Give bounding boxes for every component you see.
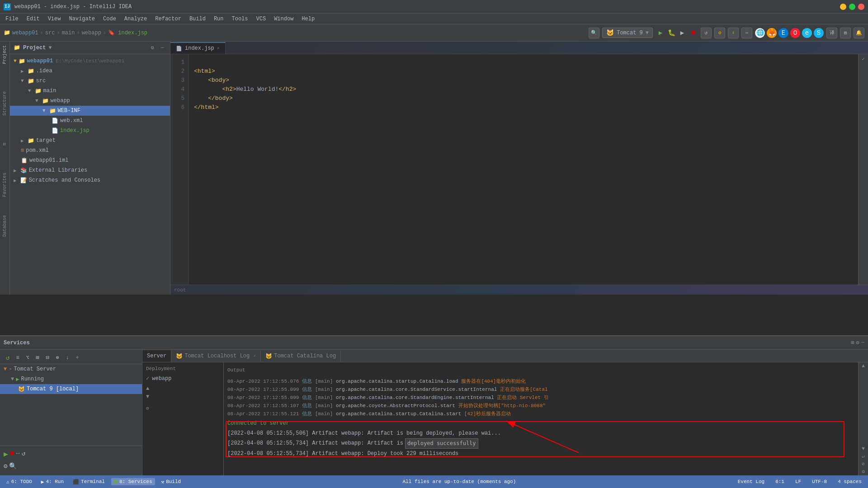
maximize-button[interactable] bbox=[849, 4, 855, 10]
project-tab[interactable]: Project bbox=[1, 43, 8, 66]
services-tab[interactable]: 8: Services bbox=[111, 478, 155, 485]
breadcrumb-webapp[interactable]: webapp bbox=[82, 30, 101, 36]
chrome-icon[interactable]: 🌐 bbox=[755, 28, 765, 38]
tree-item-pomxml[interactable]: m pom.xml bbox=[10, 145, 170, 155]
scroll-up-button[interactable]: ▲ bbox=[146, 385, 220, 392]
menu-edit[interactable]: Edit bbox=[23, 15, 43, 23]
tree-item-external-libs[interactable]: ▶ 📚 External Libraries bbox=[10, 165, 170, 175]
log-tab-catalina[interactable]: 🐱 Tomcat Catalina Log bbox=[261, 350, 341, 362]
tab-close-button[interactable]: × bbox=[217, 46, 220, 51]
notifications-button[interactable]: 🔔 bbox=[854, 28, 864, 38]
menu-navigate[interactable]: Navigate bbox=[65, 15, 99, 23]
menu-file[interactable]: File bbox=[2, 15, 22, 23]
svc-down-button[interactable]: ↓ bbox=[63, 354, 71, 362]
svc-item-tomcat9[interactable]: 🐱 Tomcat 9 [local] bbox=[0, 384, 142, 394]
translate-button[interactable]: 译 bbox=[826, 28, 837, 38]
browser3-icon[interactable]: E bbox=[778, 28, 788, 38]
tree-item-indexjsp[interactable]: 📄 index.jsp bbox=[10, 126, 170, 136]
breadcrumb-project[interactable]: webapp01 bbox=[12, 30, 38, 36]
log-clear-button[interactable]: ⊘ bbox=[862, 461, 865, 467]
breadcrumb-main[interactable]: main bbox=[62, 30, 75, 36]
tree-item-src[interactable]: ▼ 📁 src bbox=[10, 76, 170, 86]
log-wrap-button[interactable]: ↵ bbox=[862, 453, 865, 459]
debug-button[interactable]: 🐛 bbox=[666, 28, 676, 38]
line-ending[interactable]: LF bbox=[793, 478, 804, 485]
structure-tab[interactable]: Structure bbox=[1, 89, 8, 117]
maven-tab[interactable]: m bbox=[1, 141, 8, 147]
log-tab-server[interactable]: Server bbox=[142, 350, 171, 362]
tree-item-webxml[interactable]: 📄 web.xml bbox=[10, 116, 170, 126]
event-log-button[interactable]: Event Log bbox=[735, 478, 767, 485]
breadcrumb-file[interactable]: 🔖 index.jsp bbox=[108, 29, 147, 36]
database-tab[interactable]: Database bbox=[1, 213, 8, 239]
clear-button[interactable]: ⊘ bbox=[146, 405, 220, 411]
editor-tab-indexjsp[interactable]: 📄 index.jsp × bbox=[170, 42, 226, 54]
services-expand-button[interactable]: ⊞ bbox=[851, 339, 854, 346]
scroll-down-button[interactable]: ▼ bbox=[146, 394, 220, 400]
svc-item-running[interactable]: ▼ ▶ Running bbox=[0, 374, 142, 384]
todo-tab[interactable]: ⚠ 6: TODO bbox=[4, 478, 35, 486]
cursor-position[interactable]: 6:1 bbox=[773, 478, 787, 485]
menu-build[interactable]: Build bbox=[186, 15, 209, 23]
tree-item-webinf[interactable]: ▼ 📁 WEB-INF bbox=[10, 106, 170, 116]
tree-item-idea[interactable]: ▶ 📁 .idea bbox=[10, 66, 170, 76]
svc-refresh-button[interactable]: ↺ bbox=[4, 354, 12, 362]
tree-item-target[interactable]: ▶ 📁 target bbox=[10, 136, 170, 145]
indent-size[interactable]: 4 spaces bbox=[835, 478, 864, 485]
svc-item-tomcat-server[interactable]: ▼ - Tomcat Server bbox=[0, 364, 142, 374]
tab-close-localhost[interactable]: × bbox=[253, 354, 256, 359]
log-scroll-down[interactable]: ▼ bbox=[862, 446, 865, 451]
menu-tools[interactable]: Tools bbox=[228, 15, 252, 23]
menu-view[interactable]: View bbox=[44, 15, 65, 23]
opera-icon[interactable]: O bbox=[790, 28, 800, 38]
tree-item-main[interactable]: ▼ 📁 main bbox=[10, 86, 170, 96]
svc-start-button[interactable]: ▶ bbox=[4, 450, 8, 459]
code-content[interactable]: <html> <body> <h2>Hello World!</h2> </bo… bbox=[189, 54, 868, 285]
code-editor[interactable]: 1 2 3 4 5 6 <html> <body> <h2>Hello Worl… bbox=[170, 54, 868, 285]
panel-collapse-button[interactable]: — bbox=[158, 44, 166, 52]
panel-gear-button[interactable]: ⚙ bbox=[148, 44, 156, 52]
right-sidebar-btn1[interactable]: ✓ bbox=[862, 56, 865, 62]
build-tab[interactable]: ⚒ Build bbox=[159, 478, 184, 486]
ie-icon[interactable]: e bbox=[802, 28, 812, 38]
minimize-button[interactable] bbox=[840, 4, 846, 10]
firefox-icon[interactable]: 🦊 bbox=[767, 28, 777, 38]
svc-extra-btn1[interactable]: ⚙ bbox=[4, 462, 7, 470]
tree-item-scratches[interactable]: ▶ 📝 Scratches and Consoles bbox=[10, 175, 170, 185]
svc-stop-button[interactable]: ■ bbox=[10, 450, 14, 459]
menu-vcs[interactable]: VCS bbox=[253, 15, 270, 23]
svc-filter-button[interactable]: ⊞ bbox=[33, 354, 42, 362]
close-button[interactable] bbox=[858, 4, 864, 10]
log-scroll-up[interactable]: ▲ bbox=[862, 363, 865, 369]
favorites-tab[interactable]: Favorites bbox=[1, 171, 8, 199]
log-settings-button[interactable]: ⚙ bbox=[862, 469, 865, 474]
menu-help[interactable]: Help bbox=[298, 15, 318, 23]
menu-refactor[interactable]: Refactor bbox=[151, 15, 185, 23]
svc-extra-btn2[interactable]: 🔍 bbox=[9, 462, 17, 470]
svc-plus-button[interactable]: + bbox=[73, 354, 81, 362]
terminal-tab[interactable]: ⬛ Terminal bbox=[70, 478, 108, 486]
safari-icon[interactable]: S bbox=[814, 28, 824, 38]
svc-add-button[interactable]: ⊕ bbox=[53, 354, 61, 362]
build-button[interactable]: ⚙ bbox=[714, 28, 725, 38]
tomcat-config-dropdown[interactable]: 🐱 Tomcat 9 ▼ bbox=[602, 28, 653, 38]
tree-item-webapp01[interactable]: ▼ 📁 webapp01 E:\MyCode\test\webapp01 bbox=[10, 56, 170, 66]
log-tab-localhost[interactable]: 🐱 Tomcat Localhost Log × bbox=[171, 350, 261, 362]
services-minimize-button[interactable]: — bbox=[861, 339, 864, 346]
layout-button[interactable]: ⊞ bbox=[840, 28, 851, 38]
tree-item-webapp[interactable]: ▼ 📁 webapp bbox=[10, 96, 170, 106]
run-button[interactable]: ▶ bbox=[656, 28, 665, 38]
menu-window[interactable]: Window bbox=[270, 15, 297, 23]
svc-tree-button[interactable]: ⌥ bbox=[24, 354, 32, 362]
svc-search-button[interactable]: ⊟ bbox=[43, 354, 52, 362]
run-with-coverage-button[interactable]: ▶ bbox=[677, 28, 687, 38]
update-button[interactable]: ⬇ bbox=[728, 28, 739, 38]
svc-connect-button[interactable]: ↔ bbox=[16, 450, 19, 459]
run-tab[interactable]: ▶ 4: Run bbox=[38, 478, 66, 486]
breadcrumb-src[interactable]: src bbox=[45, 30, 55, 36]
encoding[interactable]: UTF-8 bbox=[809, 478, 830, 485]
services-settings-button[interactable]: ⚙ bbox=[856, 339, 859, 346]
svc-redeploy-button[interactable]: ↺ bbox=[22, 450, 25, 459]
navigate-back-button[interactable]: 🔍 bbox=[589, 28, 599, 38]
stop-button[interactable]: ■ bbox=[688, 28, 698, 38]
